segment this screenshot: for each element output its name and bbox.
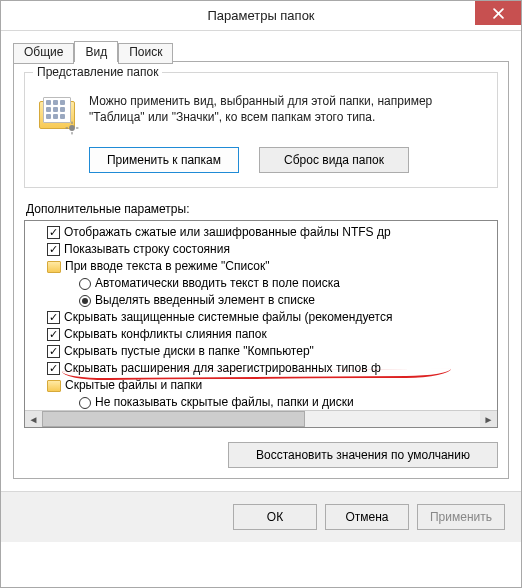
- advanced-settings-label: Дополнительные параметры:: [26, 202, 498, 216]
- tab-view-label: Вид: [85, 45, 107, 59]
- checkbox-icon[interactable]: [47, 328, 60, 341]
- tree-item-hide-empty-drives[interactable]: Скрывать пустые диски в папке "Компьютер…: [29, 343, 498, 360]
- tree-item-status-bar[interactable]: Показывать строку состояния: [29, 241, 498, 258]
- tree-item-label: Скрывать пустые диски в папке "Компьютер…: [64, 343, 314, 360]
- restore-defaults-label: Восстановить значения по умолчанию: [256, 448, 470, 462]
- apply-label: Применить: [430, 510, 492, 524]
- folder-options-icon: [37, 93, 77, 133]
- close-icon: [493, 8, 504, 19]
- dialog-button-row: ОК Отмена Применить: [1, 491, 521, 542]
- window-title: Параметры папок: [207, 8, 314, 23]
- ok-button[interactable]: ОК: [233, 504, 317, 530]
- apply-button: Применить: [417, 504, 505, 530]
- checkbox-icon[interactable]: [47, 243, 60, 256]
- tree-item-label: Скрывать защищенные системные файлы (рек…: [64, 309, 392, 326]
- checkbox-icon[interactable]: [47, 345, 60, 358]
- checkbox-icon[interactable]: [47, 311, 60, 324]
- tree-item-auto-type-search[interactable]: Автоматически вводить текст в поле поиск…: [29, 275, 498, 292]
- tree-item-label: Скрытые файлы и папки: [65, 377, 202, 394]
- folder-views-text: Можно применить вид, выбранный для этой …: [89, 93, 485, 125]
- checkbox-icon[interactable]: [47, 362, 60, 375]
- svg-rect-3: [66, 127, 68, 128]
- tree-item-label: Скрывать расширения для зарегистрированн…: [64, 360, 381, 377]
- tree-item-label: Отображать сжатые или зашифрованные файл…: [64, 224, 391, 241]
- tab-search-label: Поиск: [129, 45, 162, 59]
- tree-group-list-typing: При вводе текста в режиме "Список": [29, 258, 498, 275]
- folder-icon: [47, 380, 61, 392]
- tab-strip: Общие Вид Поиск: [13, 41, 509, 62]
- tree-item-select-typed[interactable]: Выделять введенный элемент в списке: [29, 292, 498, 309]
- dialog-content: Общие Вид Поиск Представление папок Можн…: [1, 31, 521, 491]
- tab-panel-view: Представление папок Можно применить вид,…: [13, 61, 509, 479]
- apply-to-folders-label: Применить к папкам: [107, 153, 221, 167]
- tab-general-label: Общие: [24, 45, 63, 59]
- apply-to-folders-button[interactable]: Применить к папкам: [89, 147, 239, 173]
- horizontal-scrollbar[interactable]: ◄ ►: [25, 410, 497, 427]
- tab-search[interactable]: Поиск: [118, 43, 173, 64]
- scroll-track[interactable]: [42, 411, 480, 427]
- tree-item-hide-merge-conflicts[interactable]: Скрывать конфликты слияния папок: [29, 326, 498, 343]
- tree-item-label: Показывать строку состояния: [64, 241, 230, 258]
- scroll-thumb[interactable]: [42, 411, 305, 427]
- tree-item-label: Скрывать конфликты слияния папок: [64, 326, 267, 343]
- title-bar: Параметры папок: [1, 1, 521, 31]
- cancel-button[interactable]: Отмена: [325, 504, 409, 530]
- folder-views-group: Представление папок Можно применить вид,…: [24, 72, 498, 188]
- cancel-label: Отмена: [345, 510, 388, 524]
- radio-icon[interactable]: [79, 295, 91, 307]
- advanced-settings-tree[interactable]: Отображать сжатые или зашифрованные файл…: [24, 220, 498, 428]
- tab-general[interactable]: Общие: [13, 43, 74, 64]
- tree-item-dont-show-hidden[interactable]: Не показывать скрытые файлы, папки и дис…: [29, 394, 498, 411]
- reset-folders-button[interactable]: Сброс вида папок: [259, 147, 409, 173]
- svg-rect-4: [76, 127, 78, 128]
- tree-item-hide-extensions[interactable]: Скрывать расширения для зарегистрированн…: [29, 360, 498, 377]
- tree-item-ntfs-color[interactable]: Отображать сжатые или зашифрованные файл…: [29, 224, 498, 241]
- svg-rect-2: [71, 132, 72, 134]
- tree-group-hidden-files: Скрытые файлы и папки: [29, 377, 498, 394]
- tree-item-label: Выделять введенный элемент в списке: [95, 292, 315, 309]
- reset-folders-label: Сброс вида папок: [284, 153, 384, 167]
- gear-icon: [65, 121, 79, 135]
- radio-icon[interactable]: [79, 278, 91, 290]
- svg-rect-1: [71, 122, 72, 124]
- folder-icon: [47, 261, 61, 273]
- tab-view[interactable]: Вид: [74, 41, 118, 62]
- radio-icon[interactable]: [79, 397, 91, 409]
- checkbox-icon[interactable]: [47, 226, 60, 239]
- scroll-left-arrow-icon[interactable]: ◄: [25, 411, 42, 427]
- close-button[interactable]: [475, 1, 521, 25]
- tree-item-label: Не показывать скрытые файлы, папки и дис…: [95, 394, 354, 411]
- restore-defaults-button[interactable]: Восстановить значения по умолчанию: [228, 442, 498, 468]
- ok-label: ОК: [267, 510, 283, 524]
- tree-item-hide-protected-os[interactable]: Скрывать защищенные системные файлы (рек…: [29, 309, 498, 326]
- folder-views-legend: Представление папок: [33, 65, 162, 79]
- tree-item-label: Автоматически вводить текст в поле поиск…: [95, 275, 340, 292]
- scroll-right-arrow-icon[interactable]: ►: [480, 411, 497, 427]
- tree-item-label: При вводе текста в режиме "Список": [65, 258, 270, 275]
- svg-point-0: [69, 125, 75, 131]
